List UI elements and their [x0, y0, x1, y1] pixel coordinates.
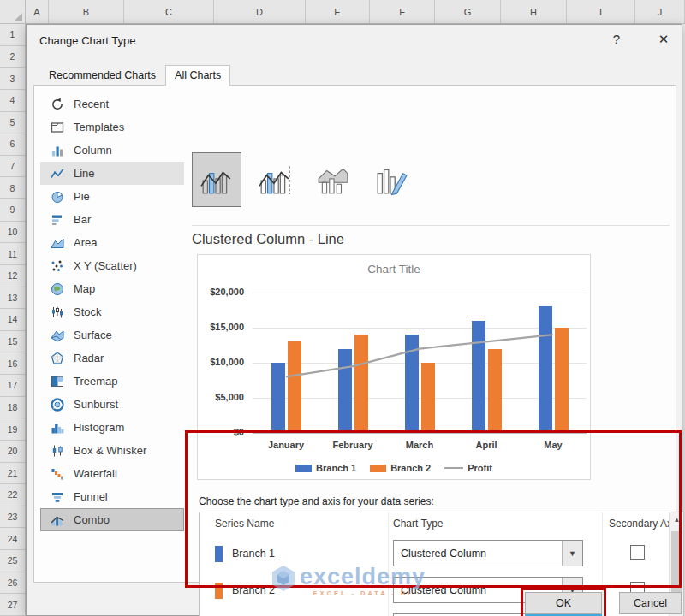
- table-header-chart-type: Chart Type: [393, 518, 443, 530]
- bar-branch-2: [488, 349, 502, 433]
- scroll-up-icon[interactable]: ▲: [670, 512, 684, 527]
- row-header-8[interactable]: 8: [0, 177, 25, 199]
- column-header-H[interactable]: H: [501, 0, 567, 23]
- row-header-24[interactable]: 24: [0, 528, 25, 550]
- sidebar-item-bar[interactable]: Bar: [40, 208, 184, 231]
- row-header-12[interactable]: 12: [0, 265, 25, 287]
- subtype-clustered-column-line-secondary-axis-icon[interactable]: [250, 152, 300, 207]
- column-header-I[interactable]: I: [567, 0, 635, 23]
- sidebar-item-label: Surface: [74, 329, 112, 341]
- sidebar-item-sunburst[interactable]: Sunburst: [40, 393, 184, 416]
- sidebar-item-column[interactable]: Column: [40, 139, 184, 162]
- row-header-23[interactable]: 23: [0, 506, 25, 529]
- sidebar-item-radar[interactable]: Radar: [40, 346, 184, 370]
- row-header-21[interactable]: 21: [0, 463, 25, 485]
- column-header-F[interactable]: F: [370, 0, 435, 23]
- tab-all-charts[interactable]: All Charts: [165, 65, 230, 86]
- box-whisker-icon: [50, 443, 65, 459]
- row-header-6[interactable]: 6: [0, 133, 25, 156]
- row-header-15[interactable]: 15: [0, 331, 25, 353]
- row-header-4[interactable]: 4: [0, 90, 25, 112]
- row-header-3[interactable]: 3: [0, 68, 25, 90]
- sidebar-item-recent[interactable]: Recent: [40, 92, 184, 116]
- subtype-heading: Clustered Column - Line: [192, 231, 344, 247]
- legend-label: Branch 1: [316, 463, 356, 473]
- row-header-27[interactable]: 27: [0, 594, 25, 616]
- row-header-22[interactable]: 22: [0, 484, 25, 506]
- sidebar-item-stock[interactable]: Stock: [40, 300, 184, 323]
- row-headers[interactable]: 1234567891011121314151617181920212223242…: [0, 24, 26, 616]
- sidebar-item-box-whisker[interactable]: Box & Whisker: [40, 439, 184, 462]
- sidebar-item-funnel[interactable]: Funnel: [40, 485, 184, 508]
- sidebar-item-label: Treemap: [74, 375, 118, 388]
- bar-branch-2: [555, 328, 569, 433]
- sidebar-item-templates[interactable]: Templates: [40, 116, 184, 139]
- subtype-stacked-area-clustered-column-icon[interactable]: [308, 152, 358, 207]
- scrollbar-thumb[interactable]: [671, 531, 682, 601]
- column-header-E[interactable]: E: [306, 0, 370, 23]
- sidebar-item-combo[interactable]: Combo: [40, 508, 184, 531]
- row-header-19[interactable]: 19: [0, 418, 25, 441]
- sidebar-item-label: Templates: [74, 121, 124, 133]
- chevron-down-icon[interactable]: ▼: [562, 541, 582, 566]
- row-header-9[interactable]: 9: [0, 199, 25, 222]
- column-header-A[interactable]: A: [26, 0, 49, 23]
- sidebar-item-surface[interactable]: Surface: [40, 323, 184, 346]
- sidebar-item-label: Stock: [74, 305, 102, 318]
- column-header-G[interactable]: G: [435, 0, 501, 23]
- row-header-17[interactable]: 17: [0, 375, 25, 397]
- all-charts-panel: RecentTemplatesColumnLinePieBarAreaX Y (…: [33, 85, 676, 583]
- bar-branch-1: [472, 321, 485, 433]
- sidebar-item-treemap[interactable]: Treemap: [40, 370, 184, 393]
- cancel-button[interactable]: Cancel: [619, 592, 682, 614]
- help-icon[interactable]: ?: [605, 32, 628, 50]
- row-header-5[interactable]: 5: [0, 112, 25, 134]
- row-header-14[interactable]: 14: [0, 309, 25, 331]
- row-header-1[interactable]: 1: [0, 24, 25, 46]
- column-headers[interactable]: ABCDEFGHIJ: [26, 0, 685, 24]
- sidebar-item-line[interactable]: Line: [40, 162, 184, 185]
- map-icon: [50, 281, 65, 297]
- sidebar-item-map[interactable]: Map: [40, 277, 184, 300]
- column-header-J[interactable]: J: [635, 0, 685, 23]
- select-all-corner[interactable]: [0, 0, 26, 24]
- secondary-axis-checkbox[interactable]: [630, 545, 645, 560]
- column-header-D[interactable]: D: [214, 0, 306, 23]
- row-header-10[interactable]: 10: [0, 222, 25, 244]
- row-header-18[interactable]: 18: [0, 397, 25, 419]
- close-icon[interactable]: ✕: [652, 32, 676, 50]
- bar-branch-2: [421, 363, 435, 433]
- dropdown-value: Clustered Column: [394, 548, 562, 560]
- sidebar-item-x-y-scatter-[interactable]: X Y (Scatter): [40, 254, 184, 277]
- sidebar-item-area[interactable]: Area: [40, 231, 184, 254]
- chart-legend: Branch 1Branch 2Profit: [198, 463, 590, 473]
- chart-type-dropdown[interactable]: Clustered Column▼: [393, 540, 583, 566]
- subtype-clustered-column-line-icon[interactable]: [192, 152, 241, 207]
- bar-branch-1: [271, 363, 285, 433]
- sidebar-item-histogram[interactable]: Histogram: [40, 416, 184, 439]
- row-header-20[interactable]: 20: [0, 441, 25, 463]
- column-header-C[interactable]: C: [124, 0, 214, 23]
- row-header-2[interactable]: 2: [0, 46, 25, 68]
- row-header-7[interactable]: 7: [0, 156, 25, 178]
- treemap-icon: [50, 374, 65, 389]
- row-header-25[interactable]: 25: [0, 550, 25, 572]
- row-header-13[interactable]: 13: [0, 287, 25, 310]
- subtype-custom-combination-icon[interactable]: [366, 152, 416, 207]
- bar-branch-1: [338, 349, 352, 433]
- row-header-16[interactable]: 16: [0, 352, 25, 375]
- row-header-11[interactable]: 11: [0, 243, 25, 265]
- y-axis-tick: $15,000: [198, 322, 244, 332]
- sidebar-item-label: Combo: [74, 513, 110, 526]
- series-swatch: [215, 546, 223, 562]
- sunburst-icon: [50, 397, 65, 412]
- column-header-B[interactable]: B: [49, 0, 124, 23]
- row-header-26[interactable]: 26: [0, 572, 25, 595]
- ok-button[interactable]: OK: [525, 592, 602, 614]
- legend-swatch: [370, 465, 386, 472]
- tab-recommended-charts[interactable]: Recommended Charts: [39, 65, 165, 86]
- sidebar-item-waterfall[interactable]: Waterfall: [40, 462, 184, 485]
- sidebar-item-label: Recent: [74, 98, 109, 110]
- sidebar-item-pie[interactable]: Pie: [40, 185, 184, 208]
- radar-icon: [50, 351, 65, 366]
